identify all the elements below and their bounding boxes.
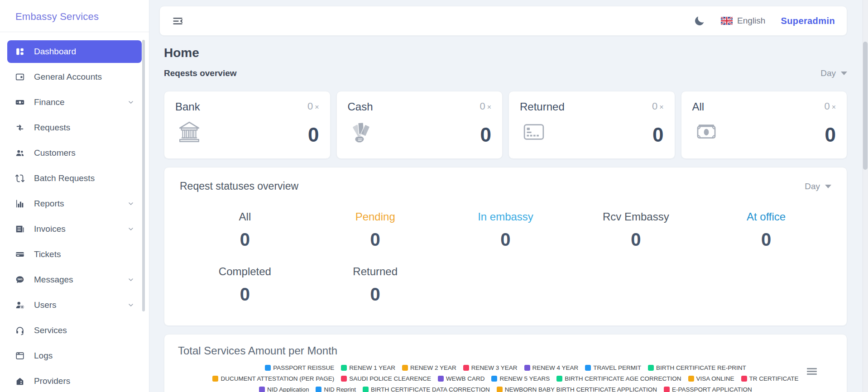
wallet-icon (14, 72, 25, 82)
legend-swatch-icon (212, 376, 218, 382)
statuses-period-select[interactable]: Day (805, 182, 831, 191)
sidebar-item-label: Services (34, 325, 67, 335)
legend-swatch-icon (265, 365, 271, 371)
legend-item-tr-certificate[interactable]: TR CERTIFICATE (741, 375, 799, 382)
sidebar-item-logs[interactable]: Logs (7, 344, 142, 367)
statuses-title: Reqest statuses overview (180, 180, 298, 192)
stat-card-title: Cash (348, 100, 373, 113)
legend-item-travel-permit[interactable]: TRAVEL PERMIT (585, 364, 641, 371)
legend-swatch-icon (402, 365, 408, 371)
stat-card-value: 0 (480, 125, 491, 145)
legend-swatch-icon (491, 376, 497, 382)
legend-item-renew-4-year[interactable]: RENEW 4 YEAR (524, 364, 579, 371)
sidebar-item-finance[interactable]: Finance (7, 91, 142, 114)
building-icon (14, 376, 25, 387)
chart-menu-icon[interactable] (807, 368, 817, 375)
legend-item-birth-certificate-re-print[interactable]: BIRTH CERTIFICATE RE-PRINT (648, 364, 746, 371)
chart-legend: PASSPORT REISSUERENEW 1 YEARRENEW 2 YEAR… (178, 364, 833, 392)
legend-label: BIRTH CERTIFICATE RE-PRINT (656, 364, 746, 371)
sidebar-collapse-icon[interactable] (172, 15, 184, 27)
stat-cards-row: Bank0×0Cash0×0Returned0×0All0×0 (164, 91, 847, 159)
stat-card-value: 0 (652, 125, 663, 145)
legend-item-birth-certificate-data-correction[interactable]: BIRTH CERTIFICATE DATA CORRECTION (363, 386, 490, 392)
legend-item-visa-online[interactable]: VISA ONLINE (688, 375, 734, 382)
sidebar-item-label: Users (34, 300, 57, 310)
sidebar-item-customers[interactable]: Customers (7, 142, 142, 164)
status-label: All (180, 210, 310, 223)
sidebar-scrollbar[interactable] (142, 40, 145, 311)
legend-item-nid-application[interactable]: NID Application (259, 386, 309, 392)
sidebar-item-label: Logs (34, 351, 53, 361)
legend-swatch-icon (438, 376, 444, 382)
stat-card-cash: Cash0×0 (336, 91, 503, 159)
sidebar-item-label: Reports (34, 199, 64, 209)
period-select[interactable]: Day (820, 68, 847, 78)
legend-label: E-PASSPORT APPLICATION (672, 386, 752, 392)
sidebar-item-label: Requests (34, 123, 70, 133)
sidebar-item-general-accounts[interactable]: General Accounts (7, 66, 142, 88)
language-selector[interactable]: English (721, 16, 765, 26)
stat-card-count: 0× (307, 100, 319, 112)
cash-hand-icon (348, 119, 376, 145)
chevron-down-icon (127, 99, 134, 106)
status-label: Completed (180, 265, 310, 278)
sidebar-item-users[interactable]: Users (7, 294, 142, 316)
chevron-down-icon (127, 200, 134, 207)
sidebar-item-label: Invoices (34, 224, 66, 234)
legend-item-renew-5-years[interactable]: RENEW 5 YEARS (491, 375, 550, 382)
ticket-card-icon (14, 249, 25, 260)
chart-panel: Total Services Amount per Month PASSPORT… (164, 334, 847, 392)
legend-label: RENEW 4 YEAR (532, 364, 579, 371)
page-scrollbar[interactable] (863, 42, 868, 170)
sidebar-item-services[interactable]: Services (7, 319, 142, 342)
sidebar-item-messages[interactable]: SMSMessages (7, 268, 142, 291)
user-gear-icon (14, 300, 25, 311)
stat-card-bank: Bank0×0 (164, 91, 331, 159)
returned-card-icon (520, 119, 548, 145)
sidebar-item-requests[interactable]: Requests (7, 116, 142, 139)
legend-swatch-icon (259, 387, 265, 392)
user-menu[interactable]: Superadmin (781, 16, 835, 26)
legend-item-nid-reprint[interactable]: NID Reprint (316, 386, 356, 392)
status-completed: Completed0 (180, 265, 310, 305)
legend-row: NID ApplicationNID ReprintBIRTH CERTIFIC… (178, 386, 833, 392)
status-value: 0 (701, 229, 831, 250)
legend-item-renew-1-year[interactable]: RENEW 1 YEAR (341, 364, 395, 371)
legend-item-passport-reissue[interactable]: PASSPORT REISSUE (265, 364, 334, 371)
status-value: 0 (180, 229, 310, 250)
sidebar-item-tickets[interactable]: Tickets (7, 243, 142, 266)
transfer-arrows-icon (14, 122, 25, 133)
legend-item-e-passport-application[interactable]: E-PASSPORT APPLICATION (664, 386, 752, 392)
sidebar-item-reports[interactable]: Reports (7, 192, 142, 215)
legend-label: DUCUMENT ATTESTATION (PER PAGE) (221, 375, 334, 382)
legend-swatch-icon (341, 376, 347, 382)
uk-flag-icon (721, 17, 733, 25)
legend-label: VISA ONLINE (696, 375, 734, 382)
status-all: All0 (180, 210, 310, 250)
legend-item-renew-2-year[interactable]: RENEW 2 YEAR (402, 364, 456, 371)
legend-item-renew-3-year[interactable]: RENEW 3 YEAR (463, 364, 518, 371)
stat-card-value: 0 (308, 125, 319, 145)
stat-card-title: Returned (520, 100, 565, 113)
legend-item-wewb-card[interactable]: WEWB CARD (438, 375, 485, 382)
sidebar-item-providers[interactable]: Providers (7, 370, 142, 392)
chart-title: Total Services Amount per Month (178, 344, 833, 357)
legend-label: RENEW 1 YEAR (349, 364, 395, 371)
legend-label: PASSPORT REISSUE (273, 364, 334, 371)
status-in-embassy: In embassy0 (441, 210, 571, 250)
legend-swatch-icon (497, 387, 503, 392)
users-group-icon (14, 148, 25, 158)
legend-item-ducument-attestation-per-page[interactable]: DUCUMENT ATTESTATION (PER PAGE) (212, 375, 334, 382)
sidebar-item-batch-requests[interactable]: Batch Requests (7, 167, 142, 190)
legend-item-newborn-baby-birth-certificate-application[interactable]: NEWBORN BABY BIRTH CERTIFICATE APPLICATI… (497, 386, 657, 392)
legend-item-saudi-police-clearence[interactable]: SAUDI POLICE CLEARENCE (341, 375, 431, 382)
legend-swatch-icon (585, 365, 591, 371)
main-area: English Superadmin Home Reqests overview… (149, 0, 868, 392)
status-label: Pending (310, 210, 441, 223)
status-returned: Returned0 (310, 265, 441, 305)
stat-card-returned: Returned0×0 (508, 91, 675, 159)
legend-item-birth-certificate-age-correction[interactable]: BIRTH CERTIFICATE AGE CORRECTION (556, 375, 681, 382)
sidebar-item-invoices[interactable]: Invoices (7, 218, 142, 240)
sidebar-item-dashboard[interactable]: Dashboard (7, 40, 142, 63)
dark-mode-moon-icon[interactable] (693, 15, 705, 27)
